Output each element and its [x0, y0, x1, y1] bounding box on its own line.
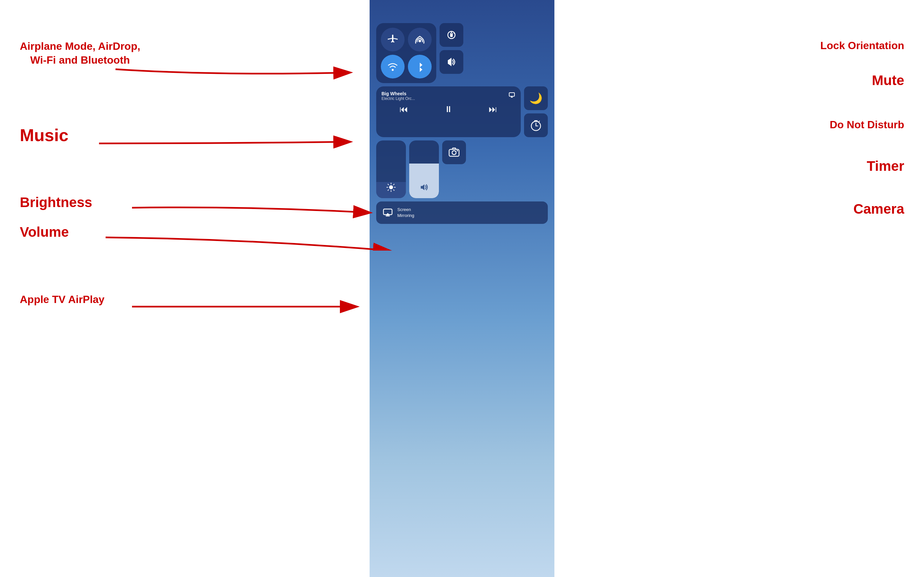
fast-forward-button[interactable]: ⏭: [489, 104, 497, 114]
play-pause-button[interactable]: ⏸: [444, 104, 453, 114]
screen-mirroring-button[interactable]: ScreenMirroring: [376, 201, 548, 224]
bluetooth-icon: [414, 61, 426, 73]
music-artist: Electric Light Orc...: [381, 96, 508, 101]
connectivity-block: [376, 23, 436, 83]
airdrop-icon: [414, 34, 426, 45]
rewind-button[interactable]: ⏮: [400, 104, 408, 114]
airplane-icon: [387, 34, 399, 45]
do-not-disturb-label: Do Not Disturb: [830, 119, 904, 131]
screen-mirror-icon: [383, 208, 393, 217]
moon-icon: 🌙: [529, 92, 543, 105]
music-title: Big Wheels: [381, 91, 508, 96]
volume-label: Volume: [20, 224, 69, 240]
music-controls: ⏮ ⏸ ⏭: [381, 104, 515, 114]
svg-point-9: [452, 151, 456, 155]
airplane-mode-button[interactable]: [381, 28, 405, 52]
volume-icon: [419, 182, 429, 192]
airplane-wifi-label: Airplane Mode, AirDrop,Wi-Fi and Bluetoo…: [20, 40, 140, 67]
svg-point-1: [392, 69, 394, 71]
lock-orientation-label: Lock Orientation: [821, 40, 904, 52]
camera-icon: [448, 147, 460, 158]
lock-orientation-icon: [446, 29, 457, 40]
bluetooth-button[interactable]: [408, 55, 431, 79]
screen-mirroring-label: ScreenMirroring: [397, 207, 414, 219]
camera-label: Camera: [853, 201, 904, 217]
do-not-disturb-button[interactable]: 🌙: [524, 86, 548, 110]
mute-button[interactable]: [439, 50, 463, 74]
airdrop-button[interactable]: [408, 28, 431, 52]
mute-label: Mute: [872, 73, 904, 89]
lock-orientation-button[interactable]: [439, 23, 463, 47]
wifi-icon: [387, 61, 399, 73]
svg-point-7: [389, 185, 393, 189]
mute-icon: [446, 56, 457, 68]
brightness-label: Brightness: [20, 195, 92, 210]
camera-button[interactable]: [442, 140, 466, 164]
svg-point-0: [418, 40, 421, 42]
brightness-slider[interactable]: [376, 140, 406, 198]
svg-rect-5: [509, 93, 514, 96]
music-label: Music: [20, 125, 68, 145]
airplay-icon[interactable]: [508, 92, 515, 101]
svg-point-10: [457, 150, 458, 152]
music-block: Big Wheels Electric Light Orc... ⏮ ⏸ ⏭: [376, 86, 521, 137]
brightness-icon: [386, 182, 396, 192]
apple-tv-airplay-label: Apple TV AirPlay: [20, 293, 105, 306]
svg-rect-4: [451, 33, 452, 35]
wifi-button[interactable]: [381, 55, 405, 79]
right-side-buttons: [439, 23, 463, 83]
timer-button[interactable]: [524, 113, 548, 137]
volume-slider[interactable]: [409, 140, 439, 198]
timer-label: Timer: [867, 158, 904, 174]
timer-icon: [530, 119, 542, 132]
